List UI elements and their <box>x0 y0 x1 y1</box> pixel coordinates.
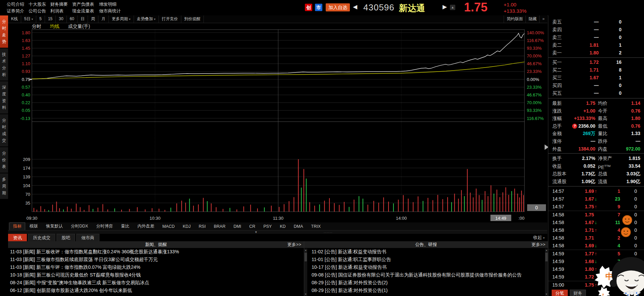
indicator-tab-DMA[interactable]: DMA <box>290 223 307 230</box>
indicator-tab-DMI[interactable]: DMI <box>230 223 245 230</box>
announcement-item[interactable]: 11-02 [公告] 新达通:权益变动报告书 <box>312 248 548 256</box>
news-right-more-link[interactable]: 更多>> <box>532 241 545 248</box>
news-tab-做市商[interactable]: 做市商 <box>76 234 99 241</box>
bid-row[interactable]: 买五—0 <box>548 89 644 97</box>
add-to-watchlist-button[interactable]: 加入自选 <box>326 3 350 11</box>
announcement-item[interactable]: 10-17 [公告] 新达通:权益变动报告书 <box>312 263 548 271</box>
level-price: — <box>567 26 599 34</box>
menu-item-1-2[interactable]: 利润表 <box>50 8 63 14</box>
sidebar-tab-5[interactable]: 分 价 表 <box>0 147 8 173</box>
indicator-tab-KDJ[interactable]: KDJ <box>179 223 194 230</box>
bid-row[interactable]: 买一1.7216 <box>548 58 644 66</box>
indicator-tab-RSI[interactable]: RSI <box>195 223 210 230</box>
legend-price-line[interactable]: 分时 <box>32 24 41 29</box>
next-stock-arrow-icon[interactable]: ▶ <box>443 3 447 10</box>
announcement-item[interactable]: 08-29 [公告] 新达通:对外投资公告(1) <box>312 287 548 294</box>
announcements-scrollbar-right[interactable]: ▲ ▼ <box>545 249 548 296</box>
news-tab-历史成交[interactable]: 历史成交 <box>28 234 55 241</box>
menu-item-0-0[interactable]: 公司介绍 <box>7 1 24 7</box>
bid-row[interactable]: 买四—0 <box>548 82 644 89</box>
pin-up-icon[interactable]: ▲ <box>450 5 455 10</box>
news-item[interactable]: 11-03 [新闻] 三板做市指数延续底部震荡 半日仅3家公司成交额超千万元 <box>10 256 304 263</box>
indicator-tab-模版[interactable]: 模版 <box>26 222 42 230</box>
news-item[interactable]: 11-03 [新闻] 新三板收评：做市指数尾盘翻红涨0.24% 360概念股新达… <box>10 248 304 256</box>
bid-row[interactable]: 买三1.671 <box>548 74 644 82</box>
news-item[interactable]: 11-03 [新闻] 新三板午评：做市指数跌0.07% 富电绿能大跌24% <box>10 263 304 271</box>
scrollbar-thumb[interactable] <box>305 253 307 261</box>
tick-price: 1.80 <box>569 265 594 273</box>
indicator-tab-量比[interactable]: 量比 <box>117 222 133 230</box>
news-item[interactable]: 10-18 [新闻] 新三板公司现历史最低价 ST磊曜竟每股报收4分钱 <box>10 271 304 279</box>
ask-row[interactable]: 卖一1.802 <box>548 49 644 57</box>
menu-item-0-2[interactable]: 财务摘要 <box>50 1 68 7</box>
toolbar-item-6[interactable]: 日 <box>78 15 88 23</box>
toolbar-item-1[interactable]: 5日▾ <box>21 15 36 23</box>
question-badge-icon[interactable]: ? <box>572 124 577 129</box>
ask-row[interactable]: 卖四—0 <box>548 26 644 34</box>
panel-collapse-arrow-icon[interactable] <box>545 144 548 150</box>
indicator-tab-BRAR[interactable]: BRAR <box>210 223 229 230</box>
indicator-tab-分时博弈[interactable]: 分时博弈 <box>92 222 117 230</box>
toolbar-right-0[interactable]: 简约版面 <box>504 15 525 23</box>
scroll-down-icon[interactable]: ▼ <box>304 293 307 296</box>
sidebar-tab-2[interactable]: 技 术 分 析 <box>0 48 8 81</box>
prev-stock-arrow-icon[interactable]: ◀ <box>353 3 357 10</box>
menu-item-0-1[interactable]: 十大股东 <box>29 1 46 7</box>
toolbar-item-2[interactable]: 5 <box>36 15 45 23</box>
indicator-tab-恢复默认[interactable]: 恢复默认 <box>42 222 66 230</box>
announcements-scrollbar-left[interactable]: ▲ ▼ <box>304 249 307 296</box>
collapse-button[interactable]: 收起 ▾ <box>533 234 545 241</box>
scroll-up-icon[interactable]: ▲ <box>304 249 307 252</box>
menu-item-1-1[interactable]: 公司公告 <box>29 8 46 14</box>
ask-row[interactable]: 卖五—0 <box>548 18 644 26</box>
indicator-tab-内外盘差[interactable]: 内外盘差 <box>134 222 158 230</box>
scrollbar-thumb[interactable] <box>545 253 548 261</box>
scroll-up-icon[interactable]: ▲ <box>545 249 548 252</box>
toolbar-item-11[interactable]: 打开竞价 <box>159 15 181 23</box>
toolbar-item-8[interactable]: 月 <box>98 15 109 23</box>
bottom-tab-财务[interactable]: 财务 <box>570 290 586 296</box>
toolbar-right-1[interactable]: 隐藏 <box>525 15 539 23</box>
announcement-item[interactable]: 11-01 [公告] 新达通:职工监事辞职公告 <box>312 256 548 263</box>
toolbar-item-10[interactable]: 走势叠加▾ <box>134 15 159 23</box>
menu-item-0-3[interactable]: 资产负债表 <box>72 1 94 7</box>
indicator-tab-PSY[interactable]: PSY <box>260 223 275 230</box>
toolbar-item-3[interactable]: 15 <box>45 15 56 23</box>
toolbar-item-4[interactable]: 30 <box>56 15 66 23</box>
pane-splitter[interactable]: ▼ ∙∙∙∙∙∙ <box>8 230 547 234</box>
indicator-tab-分时DDX[interactable]: 分时DDX <box>67 222 92 230</box>
splitter-collapse-icon[interactable]: ▼ <box>255 230 258 234</box>
toolbar-item-7[interactable]: 周 <box>88 15 98 23</box>
menu-item-1-0[interactable]: 证券简介 <box>7 8 24 14</box>
menu-item-1-3[interactable]: 现金流量表 <box>72 8 94 14</box>
toolbar-item-5[interactable]: 60 <box>67 15 78 23</box>
bid-row[interactable]: 买二1.718 <box>548 66 644 74</box>
sidebar-tab-3[interactable]: 深 度 资 料 <box>0 81 8 114</box>
menu-item-0-4[interactable]: 增发明细 <box>99 1 117 7</box>
indicator-tab-TRIX[interactable]: TRIX <box>308 223 324 230</box>
bottom-tab-分笔[interactable]: 分笔 <box>552 290 568 296</box>
scroll-down-icon[interactable]: ▼ <box>545 293 548 296</box>
announcement-item[interactable]: 09-08 [公告] 国信证券股份有限公司关于退出为新达通科技股份有限公司股票提… <box>312 271 548 279</box>
sidebar-tab-6[interactable]: 多 周 期 <box>0 173 8 200</box>
toolbar-item-0[interactable]: K线 <box>8 15 21 23</box>
ask-row[interactable]: 卖二1.811 <box>548 41 644 49</box>
sidebar-tab-4[interactable]: 分 时 成 交 <box>0 114 8 147</box>
hide-chevrons-icon[interactable]: » <box>539 15 547 23</box>
news-left-more-link[interactable]: 更多>> <box>287 241 301 248</box>
ask-row[interactable]: 卖三—0 <box>548 34 644 41</box>
toolbar-item-9[interactable]: 更多周期▾ <box>109 15 134 23</box>
news-tab-资讯[interactable]: 资讯 <box>8 234 27 241</box>
menu-item-1-4[interactable]: 做市商统计 <box>99 8 121 14</box>
indicator-tab-MACD[interactable]: MACD <box>158 223 178 230</box>
indicator-tab-指标[interactable]: 指标 <box>9 222 25 230</box>
news-tab-股吧[interactable]: 股吧 <box>56 234 75 241</box>
legend-avg-line[interactable]: 均线 <box>50 24 59 29</box>
toolbar-item-12[interactable]: 到价提醒 <box>181 15 204 23</box>
news-item[interactable]: 06-12 [新闻] 创新层做市股新达通大跌20% 创今年以来新低 <box>10 287 304 294</box>
indicator-tab-CR[interactable]: CR <box>245 223 259 230</box>
indicator-tab-KD[interactable]: KD <box>276 223 289 230</box>
announcement-item[interactable]: 08-29 [公告] 新达通:对外投资公告(2) <box>312 279 548 287</box>
sidebar-tab-1[interactable]: 分 时 走 势 <box>0 15 8 48</box>
news-item[interactable]: 08-24 [新闻] 中报“变脸”澳坤生物暴跌逾三成 新三板做市交易陷冰点 <box>10 279 304 287</box>
